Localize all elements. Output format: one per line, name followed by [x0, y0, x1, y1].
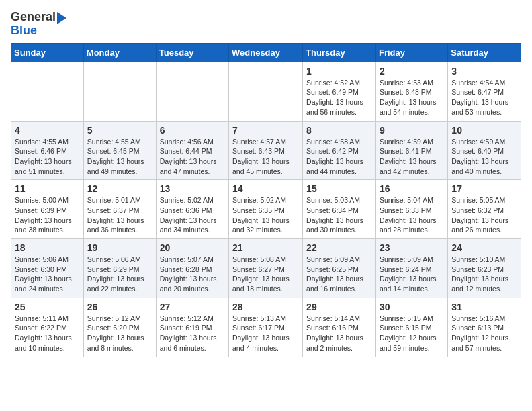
calendar-cell: 26Sunrise: 5:12 AM Sunset: 6:20 PM Dayli… [83, 298, 156, 357]
day-number: 2 [380, 66, 444, 77]
calendar-cell: 25Sunrise: 5:11 AM Sunset: 6:22 PM Dayli… [11, 298, 84, 357]
day-number: 22 [306, 242, 372, 253]
calendar-cell: 20Sunrise: 5:07 AM Sunset: 6:28 PM Dayli… [156, 239, 228, 298]
weekday-header-thursday: Thursday [303, 43, 376, 62]
day-number: 29 [306, 302, 372, 312]
calendar-cell: 30Sunrise: 5:15 AM Sunset: 6:15 PM Dayli… [375, 298, 447, 357]
page-container: General Blue SundayMondayTuesdayWednesda… [0, 0, 532, 364]
day-number: 4 [15, 125, 80, 136]
day-info: Sunrise: 5:14 AM Sunset: 6:16 PM Dayligh… [306, 314, 372, 353]
day-number: 26 [87, 302, 152, 312]
day-info: Sunrise: 5:10 AM Sunset: 6:23 PM Dayligh… [451, 255, 517, 294]
day-number: 21 [232, 242, 299, 253]
calendar-week-row: 4Sunrise: 4:55 AM Sunset: 6:46 PM Daylig… [11, 121, 521, 180]
day-info: Sunrise: 5:06 AM Sunset: 6:30 PM Dayligh… [15, 255, 80, 294]
calendar-cell: 7Sunrise: 4:57 AM Sunset: 6:43 PM Daylig… [229, 121, 303, 180]
calendar-cell: 10Sunrise: 4:59 AM Sunset: 6:40 PM Dayli… [448, 121, 521, 180]
day-number: 23 [380, 242, 444, 253]
day-number: 18 [15, 242, 80, 253]
day-info: Sunrise: 5:05 AM Sunset: 6:32 PM Dayligh… [451, 195, 517, 235]
day-number: 17 [451, 183, 517, 194]
calendar-cell: 6Sunrise: 4:56 AM Sunset: 6:44 PM Daylig… [156, 121, 228, 180]
day-info: Sunrise: 4:57 AM Sunset: 6:43 PM Dayligh… [232, 137, 299, 177]
day-info: Sunrise: 5:12 AM Sunset: 6:20 PM Dayligh… [87, 314, 152, 353]
logo: General Blue [11, 11, 66, 38]
logo-blue: Blue [11, 24, 66, 38]
calendar-cell: 28Sunrise: 5:13 AM Sunset: 6:17 PM Dayli… [229, 298, 303, 357]
logo-triangle-icon [57, 12, 66, 24]
calendar-cell: 3Sunrise: 4:54 AM Sunset: 6:47 PM Daylig… [448, 62, 521, 121]
weekday-header-friday: Friday [375, 43, 447, 62]
calendar-cell: 13Sunrise: 5:02 AM Sunset: 6:36 PM Dayli… [156, 180, 228, 239]
day-info: Sunrise: 4:59 AM Sunset: 6:40 PM Dayligh… [451, 137, 517, 177]
day-info: Sunrise: 5:06 AM Sunset: 6:29 PM Dayligh… [87, 255, 152, 294]
calendar-cell: 17Sunrise: 5:05 AM Sunset: 6:32 PM Dayli… [448, 180, 521, 239]
day-number: 14 [232, 183, 299, 194]
day-info: Sunrise: 5:16 AM Sunset: 6:13 PM Dayligh… [451, 314, 517, 353]
day-info: Sunrise: 5:02 AM Sunset: 6:36 PM Dayligh… [160, 195, 225, 235]
calendar-cell: 16Sunrise: 5:04 AM Sunset: 6:33 PM Dayli… [375, 180, 447, 239]
day-number: 6 [160, 125, 225, 136]
day-number: 1 [306, 66, 372, 77]
day-number: 31 [451, 302, 517, 312]
weekday-header-wednesday: Wednesday [229, 43, 303, 62]
day-info: Sunrise: 5:07 AM Sunset: 6:28 PM Dayligh… [160, 255, 225, 294]
calendar-cell: 18Sunrise: 5:06 AM Sunset: 6:30 PM Dayli… [11, 239, 84, 298]
calendar-cell: 12Sunrise: 5:01 AM Sunset: 6:37 PM Dayli… [83, 180, 156, 239]
day-info: Sunrise: 4:56 AM Sunset: 6:44 PM Dayligh… [160, 137, 225, 177]
calendar-cell: 14Sunrise: 5:02 AM Sunset: 6:35 PM Dayli… [229, 180, 303, 239]
calendar-cell: 22Sunrise: 5:09 AM Sunset: 6:25 PM Dayli… [303, 239, 376, 298]
calendar-cell: 21Sunrise: 5:08 AM Sunset: 6:27 PM Dayli… [229, 239, 303, 298]
day-info: Sunrise: 4:55 AM Sunset: 6:46 PM Dayligh… [15, 137, 80, 177]
day-number: 13 [160, 183, 225, 194]
day-info: Sunrise: 4:58 AM Sunset: 6:42 PM Dayligh… [306, 137, 372, 177]
header-row: General Blue [11, 11, 521, 38]
calendar-table: SundayMondayTuesdayWednesdayThursdayFrid… [11, 43, 521, 357]
calendar-cell: 29Sunrise: 5:14 AM Sunset: 6:16 PM Dayli… [303, 298, 376, 357]
day-info: Sunrise: 5:13 AM Sunset: 6:17 PM Dayligh… [232, 314, 299, 353]
day-number: 9 [380, 125, 444, 136]
day-info: Sunrise: 5:09 AM Sunset: 6:24 PM Dayligh… [380, 255, 444, 294]
calendar-cell: 27Sunrise: 5:12 AM Sunset: 6:19 PM Dayli… [156, 298, 228, 357]
day-number: 12 [87, 183, 152, 194]
day-info: Sunrise: 5:03 AM Sunset: 6:34 PM Dayligh… [306, 195, 372, 235]
calendar-cell [83, 62, 156, 121]
day-number: 8 [306, 125, 372, 136]
calendar-cell: 23Sunrise: 5:09 AM Sunset: 6:24 PM Dayli… [375, 239, 447, 298]
calendar-week-row: 11Sunrise: 5:00 AM Sunset: 6:39 PM Dayli… [11, 180, 521, 239]
calendar-week-row: 1Sunrise: 4:52 AM Sunset: 6:49 PM Daylig… [11, 62, 521, 121]
calendar-cell [156, 62, 228, 121]
day-info: Sunrise: 5:04 AM Sunset: 6:33 PM Dayligh… [380, 195, 444, 235]
day-number: 28 [232, 302, 299, 312]
day-info: Sunrise: 5:08 AM Sunset: 6:27 PM Dayligh… [232, 255, 299, 294]
day-number: 15 [306, 183, 372, 194]
calendar-cell: 24Sunrise: 5:10 AM Sunset: 6:23 PM Dayli… [448, 239, 521, 298]
weekday-header-row: SundayMondayTuesdayWednesdayThursdayFrid… [11, 43, 521, 62]
day-info: Sunrise: 5:15 AM Sunset: 6:15 PM Dayligh… [380, 314, 444, 353]
day-number: 3 [451, 66, 517, 77]
day-number: 16 [380, 183, 444, 194]
day-info: Sunrise: 4:52 AM Sunset: 6:49 PM Dayligh… [306, 78, 372, 118]
calendar-week-row: 25Sunrise: 5:11 AM Sunset: 6:22 PM Dayli… [11, 298, 521, 357]
day-number: 24 [451, 242, 517, 253]
calendar-cell: 9Sunrise: 4:59 AM Sunset: 6:41 PM Daylig… [375, 121, 447, 180]
day-number: 20 [160, 242, 225, 253]
day-info: Sunrise: 5:09 AM Sunset: 6:25 PM Dayligh… [306, 255, 372, 294]
weekday-header-monday: Monday [83, 43, 156, 62]
day-number: 19 [87, 242, 152, 253]
day-number: 10 [451, 125, 517, 136]
calendar-cell: 11Sunrise: 5:00 AM Sunset: 6:39 PM Dayli… [11, 180, 84, 239]
day-info: Sunrise: 4:55 AM Sunset: 6:45 PM Dayligh… [87, 137, 152, 177]
logo-general: General [11, 11, 56, 24]
day-info: Sunrise: 5:11 AM Sunset: 6:22 PM Dayligh… [15, 314, 80, 353]
calendar-cell: 2Sunrise: 4:53 AM Sunset: 6:48 PM Daylig… [375, 62, 447, 121]
calendar-cell [229, 62, 303, 121]
calendar-cell: 31Sunrise: 5:16 AM Sunset: 6:13 PM Dayli… [448, 298, 521, 357]
day-number: 11 [15, 183, 80, 194]
calendar-cell: 4Sunrise: 4:55 AM Sunset: 6:46 PM Daylig… [11, 121, 84, 180]
day-number: 7 [232, 125, 299, 136]
day-info: Sunrise: 5:00 AM Sunset: 6:39 PM Dayligh… [15, 195, 80, 235]
calendar-cell: 8Sunrise: 4:58 AM Sunset: 6:42 PM Daylig… [303, 121, 376, 180]
calendar-cell: 15Sunrise: 5:03 AM Sunset: 6:34 PM Dayli… [303, 180, 376, 239]
calendar-week-row: 18Sunrise: 5:06 AM Sunset: 6:30 PM Dayli… [11, 239, 521, 298]
